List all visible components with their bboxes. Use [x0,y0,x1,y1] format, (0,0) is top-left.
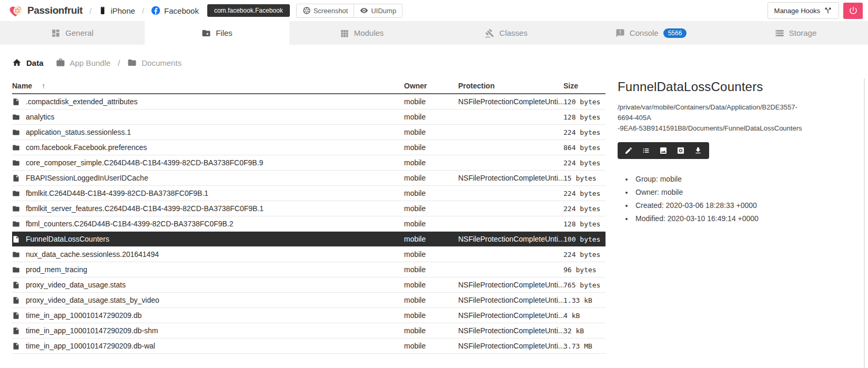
manage-hooks-button[interactable]: Manage Hooks [768,2,839,19]
size-cell: 224 bytes [563,159,605,167]
table-row[interactable]: analytics mobile 128 bytes [12,110,605,125]
table-row[interactable]: time_in_app_100010147290209.db-shm mobil… [12,323,605,339]
file-icon [12,342,20,350]
table-row[interactable]: proxy_video_data_usage.stats_by_video mo… [12,293,605,308]
tab-classes[interactable]: Classes [434,21,579,45]
sort-ascending-indicator: ↑ [42,82,45,90]
table-row[interactable]: FunnelDataLossCounters mobile NSFileProt… [12,232,605,247]
tab-label: Storage [789,28,817,37]
pencil-icon [624,146,633,155]
folder-icon [12,113,20,121]
size-cell: 96 bytes [563,266,605,274]
file-icon [12,281,20,289]
table-row[interactable]: nux_data_cache.sessionless.201641494 mob… [12,247,605,262]
file-name: .compactdisk_extended_attributes [26,97,137,106]
owner-cell: mobile [404,204,458,213]
size-cell: 224 bytes [563,190,605,197]
size-cell: 128 bytes [563,220,605,228]
view-as-image-button[interactable] [659,146,668,155]
manage-hooks-label: Manage Hooks [774,7,820,15]
file-name-cell: nux_data_cache.sessionless.201641494 [12,250,404,258]
size-cell: 224 bytes [563,205,605,213]
folder-special-icon [201,28,211,38]
table-row[interactable]: proxy_video_data_usage.stats mobile NSFi… [12,277,605,293]
image-icon [659,146,668,155]
file-name: nux_data_cache.sessionless.201641494 [26,250,159,258]
gavel-icon [485,28,494,38]
uidump-button[interactable]: UIDump [354,4,402,18]
kill-app-button[interactable] [843,3,863,19]
detail-path-line: /private/var/mobile/Containers/Data/Appl… [618,102,813,123]
column-header-size[interactable]: Size [563,82,605,90]
device-crumb[interactable]: iPhone [98,6,135,15]
file-name-cell: proxy_video_data_usage.stats_by_video [12,296,404,304]
table-row[interactable]: core_composer_simple.C264D44B-C1B4-4399-… [12,155,605,171]
column-header-owner[interactable]: Owner [404,82,458,90]
tab-files[interactable]: Files [145,21,289,45]
table-row[interactable]: time_in_app_100010147290209.db mobile NS… [12,308,605,323]
owner-cell: mobile [404,326,458,335]
folder-icon [12,128,20,136]
edit-file-button[interactable] [624,146,633,155]
size-cell: 224 bytes [563,251,605,258]
screenshot-button[interactable]: Screenshot [296,4,355,18]
folder-icon [12,159,20,167]
file-name-cell: application_status.sessionless.1 [12,128,404,136]
file-name-cell: analytics [12,113,404,121]
table-row[interactable]: com.facebook.Facebook.preferences mobile… [12,140,605,155]
breadcrumb-segment-documents[interactable]: Documents [127,58,181,67]
tab-console[interactable]: Console 5566 [579,21,723,45]
main-content: Name ↑ Owner Protection Size .compactdis… [0,78,868,354]
file-name: time_in_app_100010147290209.db [26,311,142,320]
file-name-cell: time_in_app_100010147290209.db-shm [12,326,404,335]
size-cell: 120 bytes [563,98,605,106]
owner-cell: mobile [404,189,458,197]
owner-cell: mobile [404,220,458,228]
column-header-protection[interactable]: Protection [458,82,563,90]
tab-general[interactable]: General [0,21,145,45]
view-as-list-button[interactable] [642,146,650,155]
tab-modules[interactable]: Modules [289,21,434,45]
size-cell: 864 bytes [563,144,605,152]
file-name-cell: com.facebook.Facebook.preferences [12,143,404,152]
owner-cell: mobile [404,296,458,304]
table-row[interactable]: fbml_counters.C264D44B-C1B4-4399-82CD-BA… [12,216,605,232]
column-label: Name [12,82,32,90]
size-cell: 224 bytes [563,128,605,136]
table-row[interactable]: fbmlkit.C264D44B-C1B4-4399-82CD-BA3738FC… [12,186,605,201]
table-row[interactable]: FBAPISessionLoggedInUserIDCache mobile N… [12,171,605,186]
owner-cell: mobile [404,113,458,121]
file-settings-button[interactable] [677,146,685,155]
table-row[interactable]: fbmlkit_server_features.C264D44B-C1B4-43… [12,201,605,216]
scrollbar-track[interactable] [864,78,865,368]
breadcrumb-root-data[interactable]: Data [12,58,44,67]
file-name: time_in_app_100010147290209.db-shm [26,326,158,335]
owner-cell: mobile [404,97,458,106]
tab-storage[interactable]: Storage [723,21,868,45]
file-name: application_status.sessionless.1 [26,128,131,136]
download-file-button[interactable] [694,146,702,155]
folder-icon [12,190,20,197]
table-row[interactable]: time_in_app_100010147290209.db-wal mobil… [12,339,605,354]
folder-icon [127,58,137,67]
app-crumb[interactable]: Facebook [151,6,199,15]
topbar-separator: / [89,6,92,15]
table-header: Name ↑ Owner Protection Size [12,78,605,94]
column-header-name[interactable]: Name ↑ [12,82,404,90]
file-name-cell: proxy_video_data_usage.stats [12,281,404,289]
table-row[interactable]: .compactdisk_extended_attributes mobile … [12,94,605,110]
power-icon [849,6,858,15]
owner-cell: mobile [404,143,458,152]
table-row[interactable]: prod_mem_tracing mobile 96 bytes [12,262,605,277]
file-attributes-list: Group: mobile Owner: mobile Created: 202… [633,175,853,223]
list-icon [642,146,650,155]
size-cell: 15 bytes [563,174,605,182]
breadcrumb-root-app-bundle[interactable]: App Bundle [56,58,111,67]
table-row[interactable]: application_status.sessionless.1 mobile … [12,125,605,140]
file-icon [12,98,20,106]
file-name: fbmlkit.C264D44B-C1B4-4399-82CD-BA3738FC… [26,189,208,197]
device-name: iPhone [110,6,135,15]
owner-cell: mobile [404,158,458,167]
protection-cell: NSFileProtectionCompleteUnti... [458,174,563,182]
app-logo[interactable]: Passionfruit [7,4,83,18]
